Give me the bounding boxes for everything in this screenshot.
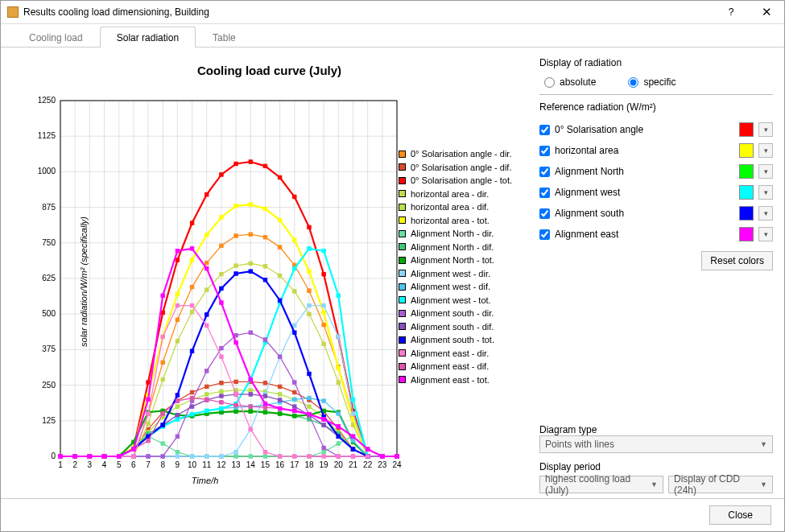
ref-checkbox[interactable]: Alignment east (539, 229, 734, 240)
color-swatch[interactable] (739, 143, 754, 158)
svg-rect-327 (293, 398, 296, 401)
ref-item: horizontal area▾ (539, 143, 773, 158)
ref-label: Alignment south (555, 208, 624, 219)
svg-rect-307 (351, 412, 354, 415)
svg-text:20: 20 (334, 460, 344, 469)
svg-rect-444 (249, 427, 252, 431)
tab-solar-radiation[interactable]: Solar radiation (100, 27, 196, 47)
ref-label: horizontal area (555, 145, 618, 156)
legend-item: Alignment east - dif. (399, 361, 523, 371)
legend-swatch (399, 349, 406, 357)
legend-label: Alignment west - dir. (411, 269, 490, 278)
svg-rect-449 (322, 455, 325, 458)
svg-text:125: 125 (42, 416, 56, 425)
display-period-combo-2[interactable]: Display of CDD (24h) ▼ (668, 476, 773, 493)
ref-checkbox[interactable]: 0° Solarisation angle (539, 124, 734, 135)
color-dropdown-button[interactable]: ▾ (758, 206, 773, 221)
window-title: Results cooling load dimensioning, Build… (23, 6, 713, 18)
svg-text:13: 13 (232, 460, 242, 469)
tab-cooling-load[interactable]: Cooling load (12, 27, 100, 47)
svg-text:11: 11 (202, 460, 212, 469)
svg-rect-184 (308, 405, 311, 408)
ref-checkbox[interactable]: Alignment west (539, 187, 734, 198)
svg-rect-427 (351, 447, 354, 451)
svg-rect-353 (322, 250, 325, 253)
color-dropdown-button[interactable]: ▾ (758, 164, 773, 179)
svg-rect-441 (205, 324, 209, 327)
svg-rect-399 (293, 405, 296, 408)
svg-rect-331 (351, 439, 354, 442)
legend-label: horizontal area - tot. (411, 216, 490, 225)
svg-text:625: 625 (42, 274, 56, 282)
radio-absolute-label: absolute (560, 76, 596, 88)
svg-rect-137 (322, 272, 325, 275)
svg-text:15: 15 (261, 460, 271, 469)
legend-swatch (399, 310, 406, 317)
color-swatch[interactable] (739, 122, 754, 137)
legend-item: Alignment west - dif. (399, 282, 523, 291)
legend-item: 0° Solarisation angle - dir. (399, 149, 523, 159)
diagram-type-combo[interactable]: Points with lines ▼ (539, 435, 773, 453)
radio-absolute[interactable]: absolute (544, 76, 596, 88)
svg-text:10: 10 (188, 460, 197, 469)
svg-rect-500 (366, 447, 369, 451)
svg-rect-277 (263, 410, 266, 414)
help-button[interactable]: ? (713, 1, 749, 23)
svg-rect-492 (249, 377, 252, 381)
svg-rect-414 (161, 423, 164, 427)
svg-rect-490 (220, 301, 223, 304)
color-dropdown-button[interactable]: ▾ (758, 185, 773, 200)
display-radiation-label: Display of radiation (539, 57, 773, 68)
color-swatch[interactable] (739, 185, 754, 200)
legend-swatch (399, 323, 406, 330)
tab-table[interactable]: Table (196, 27, 253, 47)
legend-label: Alignment North - tot. (411, 255, 494, 265)
legend-item: Alignment east - dir. (399, 348, 523, 358)
svg-text:375: 375 (42, 344, 56, 353)
svg-rect-468 (249, 405, 252, 408)
legend-item: horizontal area - tot. (399, 216, 523, 225)
svg-rect-483 (117, 455, 120, 458)
svg-rect-204 (249, 203, 252, 206)
legend-item: Alignment east - tot. (399, 375, 523, 385)
close-button[interactable]: Close (709, 505, 771, 525)
svg-rect-484 (132, 447, 135, 451)
color-dropdown-button[interactable]: ▾ (758, 143, 773, 158)
legend-swatch (399, 230, 406, 237)
svg-rect-153 (205, 288, 209, 291)
color-swatch[interactable] (739, 227, 754, 241)
svg-rect-418 (220, 287, 223, 290)
ref-checkbox[interactable]: horizontal area (539, 145, 734, 156)
svg-rect-133 (263, 164, 266, 167)
reset-colors-button[interactable]: Reset colors (701, 251, 773, 270)
legend-label: Alignment south - tot. (411, 335, 494, 344)
radio-specific[interactable]: specific (628, 76, 676, 88)
tabstrip: Cooling load Solar radiation Table (1, 24, 784, 47)
ref-checkbox[interactable]: Alignment North (539, 166, 734, 177)
svg-rect-366 (161, 455, 164, 458)
legend-label: Alignment east - tot. (411, 375, 490, 385)
chevron-down-icon: ▼ (760, 480, 767, 489)
svg-rect-442 (220, 355, 223, 358)
svg-rect-496 (308, 412, 311, 415)
legend-label: 0° Solarisation angle - tot. (411, 175, 512, 185)
svg-rect-466 (220, 401, 223, 404)
svg-rect-394 (220, 394, 223, 398)
color-dropdown-button[interactable]: ▾ (758, 122, 773, 137)
svg-rect-88 (308, 289, 311, 292)
color-swatch[interactable] (739, 164, 754, 179)
ref-checkbox[interactable]: Alignment south (539, 208, 734, 219)
legend-item: horizontal area - dir. (399, 189, 523, 199)
svg-text:7: 7 (146, 460, 151, 469)
svg-text:250: 250 (42, 381, 56, 390)
svg-text:9: 9 (176, 460, 180, 469)
legend-label: 0° Solarisation angle - dif. (411, 163, 511, 172)
svg-rect-178 (220, 390, 223, 393)
svg-rect-207 (293, 238, 296, 241)
svg-rect-344 (190, 412, 193, 415)
color-swatch[interactable] (739, 206, 754, 221)
svg-rect-370 (220, 346, 223, 349)
color-dropdown-button[interactable]: ▾ (758, 227, 773, 241)
display-period-combo-1[interactable]: highest cooling load (July) ▼ (539, 476, 663, 493)
close-window-button[interactable]: ✕ (749, 1, 784, 23)
